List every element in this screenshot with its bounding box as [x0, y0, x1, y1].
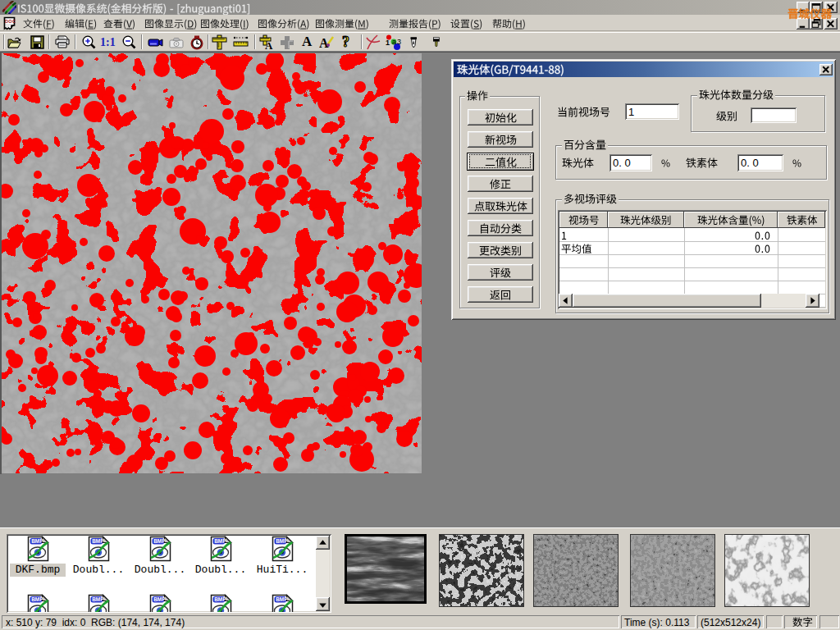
svg-text:A: A [319, 36, 329, 50]
svg-text:3: 3 [397, 38, 401, 46]
svg-text:DOC: DOC [5, 19, 16, 24]
svg-text:A: A [265, 39, 273, 51]
svg-text:?: ? [342, 34, 349, 50]
svg-text:1: 1 [386, 39, 390, 47]
svg-text:a: a [392, 38, 396, 46]
